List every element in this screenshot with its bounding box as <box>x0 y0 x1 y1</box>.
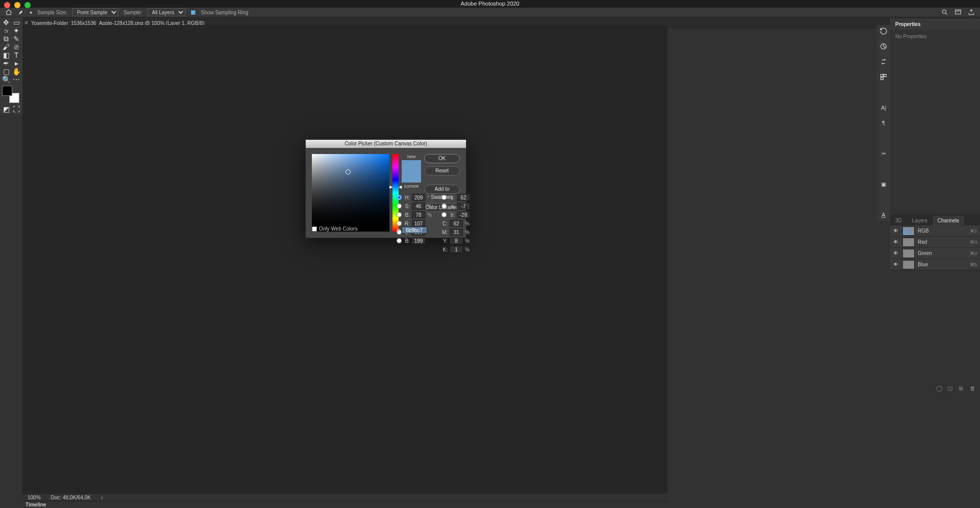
ok-button[interactable]: OK <box>424 154 460 163</box>
history-panel-icon[interactable] <box>879 27 888 35</box>
channel-thumb <box>902 238 915 247</box>
channel-row-blue[interactable]: 👁 Blue ⌘5 <box>890 259 980 270</box>
r-radio[interactable] <box>397 221 402 226</box>
channels-panel-footer: ◯ ◫ ⊞ 🗑 <box>890 383 980 394</box>
shape-tool-icon[interactable]: ▢ <box>1 67 11 75</box>
path-select-tool-icon[interactable]: ▸ <box>11 59 21 67</box>
hex-input[interactable] <box>402 226 427 234</box>
channel-shortcut: ⌘2 <box>970 228 977 234</box>
s-input[interactable] <box>412 202 425 210</box>
swap-panel-icon[interactable] <box>879 58 888 66</box>
reset-button[interactable]: Reset <box>424 166 460 175</box>
current-color-swatch[interactable] <box>402 171 421 183</box>
modify-panel-icon[interactable]: ✂ <box>879 149 888 158</box>
l-radio[interactable] <box>442 195 447 200</box>
sample-size-select[interactable]: Point Sample <box>72 8 118 16</box>
adjustments-panel-icon[interactable] <box>879 42 888 50</box>
workspace-icon[interactable] <box>954 9 962 16</box>
zoom-field[interactable]: 100% <box>28 495 41 500</box>
doc-info-chevron-icon[interactable]: › <box>101 495 103 500</box>
visibility-icon[interactable]: 👁 <box>893 239 899 245</box>
k-input[interactable] <box>450 246 463 253</box>
bv-input[interactable] <box>412 211 425 218</box>
r-input[interactable] <box>412 220 425 227</box>
close-window-button[interactable] <box>4 2 10 8</box>
visibility-icon[interactable]: 👁 <box>893 262 899 268</box>
magic-wand-tool-icon[interactable]: ✦ <box>11 27 21 35</box>
libraries-panel-icon[interactable] <box>879 73 888 81</box>
marquee-tool-icon[interactable]: ▭ <box>11 18 21 27</box>
gradient-tool-icon[interactable]: ◧ <box>1 51 11 59</box>
clone-stamp-tool-icon[interactable]: ⎚ <box>11 43 21 51</box>
tab-3d[interactable]: 3D <box>890 216 907 225</box>
y-input[interactable] <box>450 237 463 244</box>
type-tool-icon[interactable]: T <box>11 51 21 59</box>
screenmode-tool-icon[interactable]: ⛶ <box>11 105 21 113</box>
properties-tab[interactable]: Properties <box>890 18 980 30</box>
pen-tool-icon[interactable]: ✒ <box>1 59 11 67</box>
bl-input[interactable] <box>457 211 470 218</box>
h-radio[interactable] <box>397 195 402 200</box>
home-icon[interactable] <box>5 9 12 16</box>
add-to-swatches-button[interactable]: Add to Swatches <box>424 185 460 194</box>
tab-channels[interactable]: Channels <box>933 216 964 225</box>
hand-tool-icon[interactable]: ✋ <box>11 67 21 75</box>
color-picker-title: Color Picker (Custom Canvas Color) <box>306 140 466 148</box>
delete-channel-icon[interactable]: 🗑 <box>970 385 976 391</box>
edit-toolbar-icon[interactable]: ⋯ <box>11 75 21 84</box>
tab-layers[interactable]: Layers <box>907 216 933 225</box>
foreground-color-swatch[interactable] <box>2 86 12 96</box>
web-colors-checkbox[interactable] <box>312 226 317 232</box>
lasso-tool-icon[interactable]: ⟉ <box>1 27 11 35</box>
show-sampling-ring-checkbox[interactable]: ✓ <box>190 10 196 15</box>
sample-select[interactable]: All Layers <box>148 8 185 16</box>
hue-slider-thumb-icon[interactable]: ▶◀ <box>389 185 402 189</box>
search-icon[interactable] <box>941 9 948 16</box>
a-input[interactable] <box>457 202 470 210</box>
move-tool-icon[interactable]: ✥ <box>1 18 11 27</box>
color-field[interactable] <box>312 154 389 232</box>
canvas-area[interactable] <box>22 25 668 494</box>
minimize-window-button[interactable] <box>14 2 20 8</box>
h-input[interactable] <box>412 194 425 201</box>
br-input[interactable] <box>412 237 425 244</box>
eyedropper-tool-icon[interactable]: ✎ <box>11 35 21 43</box>
channel-name: RGB <box>918 228 929 234</box>
bl-radio[interactable] <box>442 212 447 217</box>
l-input[interactable] <box>457 194 470 201</box>
timeline-bar[interactable]: Timeline <box>22 501 668 508</box>
glyphs-panel-icon[interactable]: ▣ <box>879 180 888 188</box>
svg-rect-5 <box>881 78 884 80</box>
paragraph-panel-icon[interactable]: ¶ <box>879 119 888 127</box>
share-icon[interactable] <box>968 9 975 16</box>
pct-unit: % <box>465 238 470 244</box>
bv-radio[interactable] <box>397 212 402 217</box>
quickmask-tool-icon[interactable]: ◩ <box>1 105 11 113</box>
zoom-tool-icon[interactable]: 🔍 <box>1 75 11 84</box>
typekit-panel-icon[interactable]: A <box>879 211 888 219</box>
channel-row-green[interactable]: 👁 Green ⌘4 <box>890 248 980 259</box>
load-selection-icon[interactable]: ◯ <box>936 385 942 391</box>
brush-tool-icon[interactable]: 🖌 <box>1 43 11 51</box>
sample-size-label: Sample Size: <box>37 10 67 15</box>
character-panel-icon[interactable]: A| <box>879 104 888 112</box>
m-input[interactable] <box>450 228 463 236</box>
a-radio[interactable] <box>442 204 447 209</box>
save-selection-icon[interactable]: ◫ <box>947 385 953 391</box>
doc-info[interactable]: Doc: 48,0K/64,0K <box>51 495 91 500</box>
new-channel-icon[interactable]: ⊞ <box>959 385 965 391</box>
br-radio[interactable] <box>397 238 402 243</box>
s-radio[interactable] <box>397 204 402 209</box>
visibility-icon[interactable]: 👁 <box>893 250 899 257</box>
properties-body: No Properties <box>890 30 980 60</box>
properties-panel: Properties No Properties <box>890 18 980 60</box>
crop-tool-icon[interactable]: ⧉ <box>1 35 11 43</box>
new-color-label: new <box>407 154 416 159</box>
tool-preset-chevron-icon[interactable]: ▾ <box>30 10 32 15</box>
visibility-icon[interactable]: 👁 <box>893 228 899 234</box>
maximize-window-button[interactable] <box>24 2 31 8</box>
c-input[interactable] <box>450 220 463 227</box>
channel-row-red[interactable]: 👁 Red ⌘3 <box>890 237 980 248</box>
eyedropper-icon[interactable] <box>17 9 24 16</box>
channel-row-rgb[interactable]: 👁 RGB ⌘2 <box>890 225 980 237</box>
